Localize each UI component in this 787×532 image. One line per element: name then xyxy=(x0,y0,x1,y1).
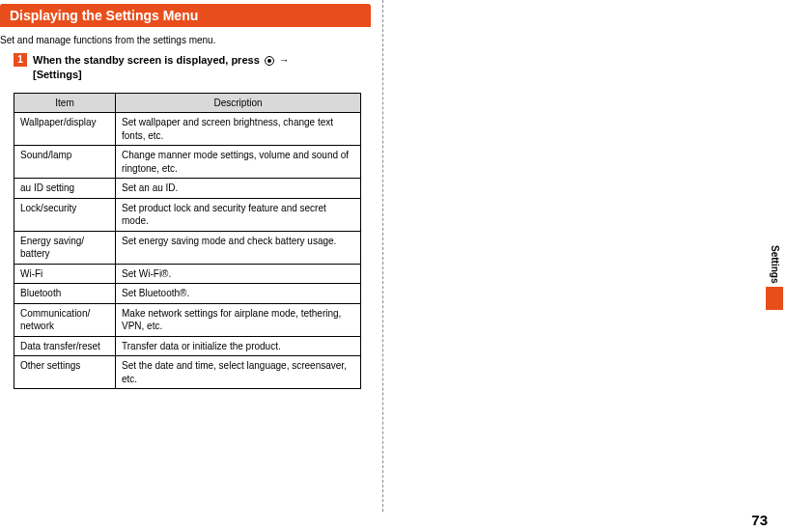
section-header: Displaying the Settings Menu xyxy=(0,4,371,27)
section-title: Displaying the Settings Menu xyxy=(0,4,371,27)
cell-desc: Change manner mode settings, volume and … xyxy=(116,146,361,179)
side-tab: Settings xyxy=(766,241,783,310)
table-row: BluetoothSet Bluetooth®. xyxy=(14,284,361,304)
table-row: Wi-FiSet Wi-Fi®. xyxy=(14,264,361,284)
cell-desc: Set Bluetooth®. xyxy=(116,284,361,304)
table-row: Communication/ networkMake network setti… xyxy=(14,303,361,336)
cell-desc: Set product lock and security feature an… xyxy=(116,198,361,231)
cell-item: Sound/lamp xyxy=(14,146,116,179)
cell-item: Bluetooth xyxy=(14,284,116,304)
cell-desc: Set Wi-Fi®. xyxy=(116,264,361,284)
table-row: Data transfer/resetTransfer data or init… xyxy=(14,336,361,356)
step-prefix: When the standby screen is displayed, pr… xyxy=(33,54,263,66)
cell-item: Wallpaper/display xyxy=(14,113,116,146)
cell-item: au ID setting xyxy=(14,179,116,199)
table-row: au ID settingSet an au ID. xyxy=(14,179,361,199)
page-number: 73 xyxy=(751,512,768,528)
cell-item: Other settings xyxy=(14,356,116,389)
table-row: Other settingsSet the date and time, sel… xyxy=(14,356,361,389)
table-row: Lock/securitySet product lock and securi… xyxy=(14,198,361,231)
cell-item: Wi-Fi xyxy=(14,264,116,284)
cell-desc: Set wallpaper and screen brightness, cha… xyxy=(116,113,361,146)
cell-item: Data transfer/reset xyxy=(14,336,116,356)
step-instruction: When the standby screen is displayed, pr… xyxy=(33,53,290,83)
intro-text: Set and manage functions from the settin… xyxy=(0,35,371,45)
table-header-row: Item Description xyxy=(14,93,361,113)
side-tab-marker xyxy=(766,287,783,310)
cell-desc: Set energy saving mode and check battery… xyxy=(116,231,361,264)
table-row: Energy saving/ batterySet energy saving … xyxy=(14,231,361,264)
settings-table: Item Description Wallpaper/displaySet wa… xyxy=(14,93,361,390)
table-row: Sound/lampChange manner mode settings, v… xyxy=(14,146,361,179)
header-desc: Description xyxy=(116,93,361,113)
step-arrow: → xyxy=(276,54,290,66)
table-row: Wallpaper/displaySet wallpaper and scree… xyxy=(14,113,361,146)
cell-desc: Set the date and time, select language, … xyxy=(116,356,361,389)
step-1: 1 When the standby screen is displayed, … xyxy=(0,53,371,83)
center-key-icon xyxy=(265,56,274,66)
cell-item: Communication/ network xyxy=(14,303,116,336)
cell-item: Energy saving/ battery xyxy=(14,231,116,264)
header-item: Item xyxy=(14,93,116,113)
step-suffix: [Settings] xyxy=(33,69,82,80)
cell-desc: Transfer data or initialize the product. xyxy=(116,336,361,356)
cell-desc: Make network settings for airplane mode,… xyxy=(116,303,361,336)
side-tab-label: Settings xyxy=(768,241,782,287)
column-divider xyxy=(382,0,383,512)
cell-desc: Set an au ID. xyxy=(116,179,361,199)
step-number-badge: 1 xyxy=(14,53,27,67)
cell-item: Lock/security xyxy=(14,198,116,231)
